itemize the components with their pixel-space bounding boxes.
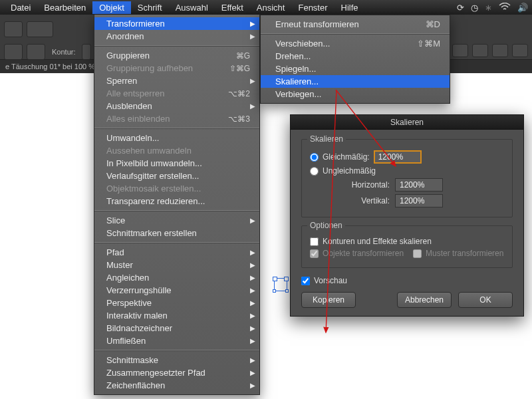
- submenu-item[interactable]: Verbiegen...: [261, 88, 450, 100]
- toolbar-button[interactable]: [27, 21, 53, 37]
- align-button[interactable]: [472, 44, 488, 57]
- menu-item-label: Schnittmarken erstellen: [106, 228, 250, 238]
- menu-item[interactable]: In Pixelbild umwandeln...: [94, 157, 259, 170]
- menu-schrift[interactable]: Schrift: [131, 1, 169, 14]
- stroke-label: Kontur:: [52, 48, 75, 56]
- checkbox-scale-strokes[interactable]: [310, 237, 319, 246]
- submenu-item[interactable]: Skalieren...: [261, 75, 450, 88]
- sync-icon[interactable]: ⟳: [457, 3, 464, 13]
- radio-nonuniform[interactable]: [310, 167, 319, 176]
- submenu-item[interactable]: Erneut transformieren⌘D: [261, 18, 450, 31]
- scale-strokes-label: Konturen und Effekte skalieren: [323, 237, 432, 246]
- submenu-arrow-icon: ▶: [250, 249, 255, 256]
- menu-item-label: Bildnachzeichner: [106, 323, 250, 333]
- menu-item[interactable]: Zusammengesetzter Pfad▶: [94, 366, 259, 379]
- menu-item[interactable]: Angleichen▶: [94, 271, 259, 284]
- menu-item-label: Aussehen umwandeln: [106, 146, 250, 156]
- menu-item[interactable]: Slice▶: [94, 214, 259, 227]
- toolbar-button[interactable]: [4, 21, 23, 37]
- clock-icon[interactable]: ◷: [471, 3, 478, 13]
- uniform-field[interactable]: 1200%: [374, 150, 422, 164]
- volume-icon[interactable]: 🔊: [517, 3, 528, 13]
- menu-bearbeiten[interactable]: Bearbeiten: [37, 1, 92, 14]
- submenu-item[interactable]: Spiegeln...: [261, 63, 450, 75]
- vertical-field[interactable]: 1200%: [395, 194, 443, 207]
- menu-item[interactable]: Verlaufsgitter erstellen...: [94, 170, 259, 182]
- menu-item-label: Schnittmaske: [106, 355, 250, 365]
- submenu-arrow-icon: ▶: [250, 274, 255, 281]
- uniform-label: Gleichmäßig:: [323, 152, 370, 162]
- menu-item: Alles einblenden⌥⌘3: [94, 112, 259, 125]
- menu-item[interactable]: Umfließen▶: [94, 334, 259, 347]
- cancel-button[interactable]: Abbrechen: [397, 292, 452, 308]
- menu-item[interactable]: Perspektive▶: [94, 297, 259, 309]
- menu-item[interactable]: Zeichenflächen▶: [94, 379, 259, 392]
- menu-item: Aussehen umwandeln: [94, 144, 259, 157]
- submenu-item-shortcut: ⌘D: [426, 19, 440, 29]
- wifi-icon[interactable]: [499, 3, 511, 13]
- submenu-arrow-icon: ▶: [250, 287, 255, 294]
- copy-button[interactable]: Kopieren: [301, 292, 356, 308]
- submenu-arrow-icon: ▶: [250, 77, 255, 84]
- menu-item[interactable]: Gruppieren⌘G: [94, 49, 259, 62]
- menu-item[interactable]: Anordnen▶: [94, 30, 259, 43]
- submenu-arrow-icon: ▶: [250, 325, 255, 332]
- submenu-item[interactable]: Drehen...: [261, 50, 450, 63]
- submenu-item-shortcut: ⇧⌘M: [417, 39, 440, 49]
- menubar: Datei Bearbeiten Objekt Schrift Auswahl …: [0, 0, 532, 15]
- submenu-item-label: Spiegeln...: [275, 64, 440, 74]
- menu-item-label: In Pixelbild umwandeln...: [106, 158, 250, 168]
- menu-item[interactable]: Bildnachzeichner▶: [94, 322, 259, 334]
- align-button[interactable]: [452, 44, 468, 57]
- menu-ansicht[interactable]: Ansicht: [250, 1, 292, 14]
- menu-item[interactable]: Schnittmarken erstellen: [94, 227, 259, 239]
- menu-item-label: Umfließen: [106, 336, 250, 346]
- menu-hilfe[interactable]: Hilfe: [334, 1, 365, 14]
- menu-item-label: Gruppierung aufheben: [106, 63, 229, 73]
- selection-bounds[interactable]: [274, 278, 287, 291]
- menu-item[interactable]: Muster▶: [94, 259, 259, 271]
- menu-item[interactable]: Sperren▶: [94, 74, 259, 87]
- radio-uniform[interactable]: [310, 153, 319, 162]
- menu-item[interactable]: Interaktiv malen▶: [94, 309, 259, 322]
- menu-item[interactable]: Schnittmaske▶: [94, 354, 259, 366]
- menu-item[interactable]: Pfad▶: [94, 246, 259, 259]
- vertical-label: Vertikal:: [310, 196, 390, 205]
- menu-item-label: Alles einblenden: [106, 114, 228, 124]
- menu-item-label: Objektmosaik erstellen...: [106, 184, 250, 194]
- submenu-item-label: Skalieren...: [275, 76, 440, 86]
- menu-item[interactable]: Transformieren▶: [94, 17, 259, 30]
- checkbox-preview[interactable]: [301, 277, 310, 285]
- toolbar-button[interactable]: [27, 44, 45, 60]
- menu-fenster[interactable]: Fenster: [291, 1, 334, 14]
- horizontal-field[interactable]: 1200%: [395, 178, 443, 192]
- align-button[interactable]: [492, 44, 508, 57]
- menu-item[interactable]: Umwandeln...: [94, 132, 259, 144]
- group-label-skalieren: Skalieren: [307, 134, 346, 144]
- menu-item: Objektmosaik erstellen...: [94, 182, 259, 195]
- menu-item[interactable]: Transparenz reduzieren...: [94, 195, 259, 207]
- align-button[interactable]: [512, 44, 528, 57]
- menu-auswahl[interactable]: Auswahl: [169, 1, 215, 14]
- menu-objekt[interactable]: Objekt: [92, 1, 131, 14]
- submenu-arrow-icon: ▶: [250, 261, 255, 269]
- bluetooth-icon[interactable]: ∗: [485, 3, 492, 13]
- menu-item: Gruppierung aufheben⇧⌘G: [94, 62, 259, 74]
- submenu-item-label: Erneut transformieren: [275, 19, 426, 29]
- submenu-arrow-icon: ▶: [250, 369, 255, 376]
- menu-effekt[interactable]: Effekt: [215, 1, 250, 14]
- menu-item-label: Angleichen: [106, 273, 250, 283]
- ok-button[interactable]: OK: [458, 292, 513, 308]
- submenu-arrow-icon: ▶: [250, 217, 255, 224]
- menu-datei[interactable]: Datei: [4, 1, 37, 14]
- transformieren-submenu: Erneut transformieren⌘DVerschieben...⇧⌘M…: [260, 15, 450, 104]
- stroke-stepper-down[interactable]: [82, 44, 91, 60]
- menu-item-label: Sperren: [106, 76, 250, 86]
- menu-item[interactable]: Verzerrungshülle▶: [94, 284, 259, 297]
- toolbar-button[interactable]: [4, 44, 23, 60]
- menu-item[interactable]: Ausblenden▶: [94, 100, 259, 112]
- preview-label: Vorschau: [314, 276, 347, 285]
- submenu-arrow-icon: ▶: [250, 33, 255, 40]
- submenu-item[interactable]: Verschieben...⇧⌘M: [261, 37, 450, 50]
- group-label-optionen: Optionen: [307, 221, 345, 230]
